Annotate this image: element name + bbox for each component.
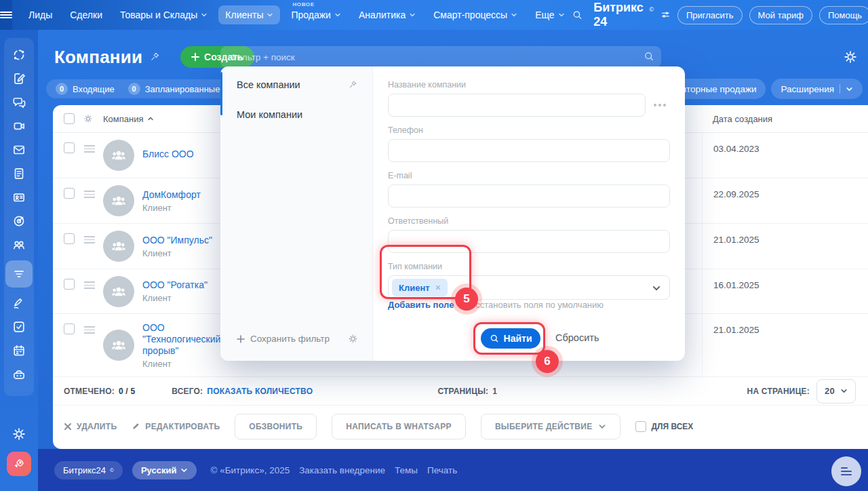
mail-icon[interactable] <box>11 142 27 158</box>
footer-link-print[interactable]: Печать <box>427 465 457 475</box>
extensions-chip[interactable]: Расширения <box>771 79 863 99</box>
find-button[interactable]: Найти <box>481 328 540 349</box>
quick-list-fab[interactable] <box>831 456 861 486</box>
filter-popup: Все компании Мои компании Сохранить филь… <box>220 66 685 361</box>
column-header-date[interactable]: Дата создания <box>702 114 868 124</box>
view-settings-gear-icon[interactable] <box>842 49 859 65</box>
nav-item-products[interactable]: Товары и Склады <box>113 5 214 24</box>
top-navigation-bar: Лиды Сделки Товары и Склады Клиенты НОВО… <box>0 0 868 30</box>
row-menu-icon[interactable] <box>84 189 95 223</box>
row-menu-icon[interactable] <box>84 235 95 269</box>
rocket-button[interactable] <box>7 452 31 476</box>
type-tag-client[interactable]: Клиент × <box>392 279 448 296</box>
row-checkbox[interactable] <box>64 142 75 153</box>
row-checkbox[interactable] <box>64 279 75 290</box>
ai-robot-icon[interactable] <box>11 366 27 382</box>
footer-bitrix-button[interactable]: Битрикс24© <box>54 461 123 479</box>
per-page-select[interactable]: 20 <box>816 379 856 404</box>
edit-button[interactable]: РЕДАКТИРОВАТЬ <box>132 422 220 431</box>
filter-search-input[interactable] <box>220 46 661 68</box>
video-call-icon[interactable] <box>11 118 27 134</box>
hamburger-icon <box>0 10 12 20</box>
row-menu-icon[interactable] <box>84 280 95 313</box>
row-checkbox[interactable] <box>64 233 75 244</box>
field-label-company-type: Тип компании <box>388 262 670 271</box>
responsible-field[interactable] <box>388 230 670 253</box>
bitrix24-crm-app: Лиды Сделки Товары и Склады Клиенты НОВО… <box>0 0 868 491</box>
field-label-phone: Телефон <box>388 125 670 135</box>
crm-funnel-icon[interactable] <box>5 260 33 288</box>
for-all-checkbox[interactable]: ДЛЯ ВСЕХ <box>635 421 694 432</box>
nav-item-deals[interactable]: Сделки <box>63 5 109 24</box>
x-icon <box>64 423 72 431</box>
column-header-company[interactable]: Компания <box>103 114 154 124</box>
row-checkbox[interactable] <box>64 188 75 199</box>
help-button[interactable]: Помощь <box>819 6 868 24</box>
email-field[interactable] <box>388 184 670 208</box>
phone-field[interactable] <box>388 139 670 162</box>
nav-item-smart-processes[interactable]: Смарт-процессы <box>427 5 524 24</box>
footer-link-themes[interactable]: Темы <box>395 465 418 475</box>
search-icon[interactable] <box>644 51 654 62</box>
sidebar-rail <box>4 38 34 396</box>
calendar-icon[interactable] <box>11 342 27 359</box>
save-filter-bar: Сохранить фильтр <box>237 333 359 345</box>
chevron-down-icon <box>840 387 848 395</box>
nav-item-sales[interactable]: НОВОЕ Продажи <box>284 5 347 24</box>
grid-settings-gear-icon[interactable] <box>83 113 94 124</box>
language-select[interactable]: Русский <box>132 461 197 479</box>
select-all-checkbox[interactable] <box>64 113 75 124</box>
show-count-link[interactable]: ПОКАЗАТЬ КОЛИЧЕСТВО <box>207 387 313 396</box>
save-filter-link[interactable]: Сохранить фильтр <box>250 334 330 344</box>
feed-icon[interactable] <box>11 165 27 182</box>
add-field-link[interactable]: Добавить поле <box>388 300 454 310</box>
tasks-check-icon[interactable] <box>11 319 27 335</box>
created-date: 16.01.2025 <box>702 269 868 313</box>
search-icon[interactable] <box>572 8 583 22</box>
company-name-field[interactable] <box>388 94 646 117</box>
nav-item-analytics[interactable]: Аналитика <box>352 5 422 24</box>
grid-summary-bar: ОТМЕЧЕНО: 0 / 5 ВСЕГО: ПОКАЗАТЬ КОЛИЧЕСТ… <box>53 377 868 405</box>
company-type-select[interactable]: Клиент × <box>388 275 670 300</box>
contact-card-icon[interactable] <box>11 189 27 205</box>
invite-button[interactable]: Пригласить <box>677 6 743 24</box>
settings-gear-icon[interactable] <box>11 426 27 442</box>
nav-item-clients[interactable]: Клиенты <box>218 5 280 24</box>
pulse-icon[interactable] <box>11 47 27 63</box>
row-checkbox[interactable] <box>64 323 75 334</box>
filter-settings-gear-icon[interactable] <box>347 333 359 345</box>
page-title: Компании <box>54 47 142 68</box>
nav-item-more[interactable]: Еще <box>528 5 572 24</box>
row-menu-icon[interactable] <box>84 144 95 178</box>
delete-button[interactable]: УДАЛИТЬ <box>64 422 117 431</box>
marketing-target-icon[interactable] <box>11 213 27 229</box>
preset-my-companies[interactable]: Мои компании <box>220 103 372 126</box>
my-plan-button[interactable]: Мой тариф <box>749 6 812 24</box>
messenger-icon[interactable] <box>11 94 27 111</box>
footer-link-implementation[interactable]: Заказать внедрение <box>299 465 385 475</box>
choose-action-dropdown[interactable]: ВЫБЕРИТЕ ДЕЙСТВИЕ <box>481 414 620 439</box>
reset-button[interactable]: Сбросить <box>555 332 599 343</box>
restore-defaults-link[interactable]: Восстановить поля по умолчанию <box>465 300 604 310</box>
call-button[interactable]: ОБЗВОНИТЬ <box>235 414 317 439</box>
company-avatar <box>103 330 134 361</box>
counter-planned[interactable]: 0 Запланированные <box>128 83 220 95</box>
more-options-icon[interactable] <box>654 104 666 106</box>
company-avatar <box>103 185 134 216</box>
tasks-doc-icon[interactable] <box>11 71 27 87</box>
row-menu-icon[interactable] <box>84 325 95 376</box>
sign-pen-icon[interactable] <box>11 295 27 311</box>
copyright-text: © «Битрикс», 2025 <box>210 465 290 475</box>
whatsapp-button[interactable]: НАПИСАТЬ В WHATSAPP <box>332 414 466 439</box>
groups-icon[interactable] <box>11 237 27 253</box>
remove-tag-icon[interactable]: × <box>435 282 441 293</box>
pin-icon[interactable] <box>149 52 160 62</box>
rocket-icon <box>12 457 26 471</box>
preset-all-companies[interactable]: Все компании <box>220 73 372 96</box>
main-menu-button[interactable] <box>0 0 12 30</box>
sliders-icon[interactable] <box>660 9 671 21</box>
nav-item-leads[interactable]: Лиды <box>22 5 59 24</box>
counter-incoming[interactable]: 0 Входящие <box>56 83 115 95</box>
pin-icon[interactable] <box>348 80 357 90</box>
page-header: Компании Создать <box>38 45 868 69</box>
